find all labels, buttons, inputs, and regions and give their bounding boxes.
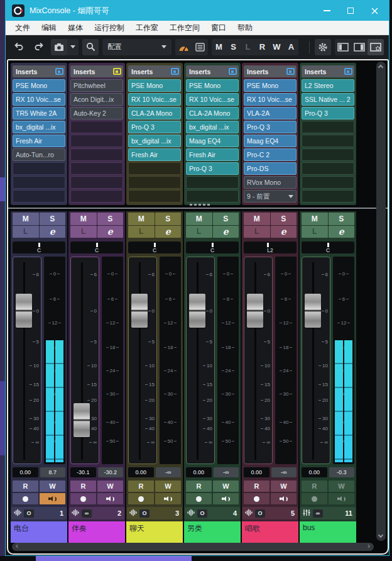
insert-slot[interactable]: Acon Digit...ix: [70, 93, 123, 106]
insert-slot[interactable]: L2 Stereo: [302, 79, 354, 92]
automation-read-button[interactable]: R: [70, 480, 96, 492]
scroll-down-icon[interactable]: [378, 533, 383, 538]
minimize-button[interactable]: [315, 1, 339, 21]
automation-write-button[interactable]: W: [40, 480, 65, 492]
insert-slot[interactable]: Fresh Air: [128, 148, 181, 161]
menu-item-帮助[interactable]: 帮助: [232, 21, 258, 35]
insert-slot[interactable]: [302, 176, 354, 189]
pan-control[interactable]: C: [128, 242, 181, 253]
rack-state-icon[interactable]: [113, 68, 121, 75]
edit-channel-button[interactable]: e: [97, 226, 124, 238]
insert-slot[interactable]: CLA-2A Mono: [128, 107, 181, 119]
insert-slot[interactable]: RX 10 Voic...se: [128, 93, 181, 106]
metering-button[interactable]: [175, 39, 192, 55]
configuration-select[interactable]: 配置: [102, 39, 172, 55]
channel-name[interactable]: 唱歌: [242, 521, 298, 543]
listen-button[interactable]: L: [302, 226, 328, 238]
global-w-button[interactable]: W: [270, 42, 284, 52]
peak-value[interactable]: -∞: [156, 467, 182, 477]
insert-slot[interactable]: bx_digital ...ix: [186, 121, 239, 133]
peak-value[interactable]: -∞: [214, 467, 239, 477]
pan-control[interactable]: C: [13, 242, 65, 253]
rack-strip-divider[interactable]: [8, 208, 388, 209]
monitor-button[interactable]: [97, 493, 123, 504]
edit-channel-button[interactable]: e: [155, 226, 182, 238]
insert-slot[interactable]: [13, 162, 65, 175]
insert-slot[interactable]: PSE Mono: [186, 79, 239, 92]
mute-button[interactable]: M: [128, 213, 155, 225]
pan-control[interactable]: C: [186, 242, 239, 253]
rack-state-icon[interactable]: [171, 68, 179, 75]
insert-slot[interactable]: [302, 190, 354, 203]
automation-read-button[interactable]: R: [244, 480, 270, 492]
channel-name[interactable]: 伴奏: [68, 521, 125, 543]
menu-item-编辑[interactable]: 编辑: [36, 21, 62, 35]
history-button[interactable]: [192, 39, 208, 55]
edit-channel-button[interactable]: e: [271, 226, 297, 238]
record-arm-button[interactable]: [13, 493, 38, 504]
record-arm-button[interactable]: [128, 493, 154, 504]
insert-slot[interactable]: TR5 White 2A: [13, 107, 65, 119]
insert-slot[interactable]: bx_digital ...ix: [128, 135, 181, 147]
listen-button[interactable]: L: [186, 226, 212, 238]
edit-channel-button[interactable]: e: [213, 226, 239, 238]
insert-slot[interactable]: [70, 135, 123, 147]
peak-value[interactable]: 8.7: [40, 467, 66, 477]
vertical-scrollbar[interactable]: [376, 62, 386, 541]
listen-button[interactable]: L: [70, 226, 97, 238]
insert-slot[interactable]: Maag EQ4: [244, 135, 297, 147]
solo-button[interactable]: S: [213, 213, 239, 225]
insert-slot[interactable]: PSE Mono: [244, 79, 297, 92]
monitor-button[interactable]: [213, 493, 239, 504]
mute-button[interactable]: M: [70, 213, 97, 225]
insert-slot[interactable]: RVox Mono: [244, 176, 297, 189]
insert-slot[interactable]: [70, 148, 123, 161]
record-arm-button[interactable]: [186, 493, 212, 504]
solo-button[interactable]: S: [155, 213, 182, 225]
solo-button[interactable]: S: [97, 213, 124, 225]
channel-name[interactable]: 聊天: [126, 521, 183, 543]
automation-write-button[interactable]: W: [329, 480, 354, 492]
edit-channel-button[interactable]: e: [40, 226, 66, 238]
global-s-button[interactable]: S: [226, 42, 241, 52]
insert-slot[interactable]: CLA-2A Mono: [186, 107, 239, 119]
insert-slot[interactable]: Pro-Q 3: [244, 121, 297, 133]
undo-button[interactable]: [11, 39, 27, 55]
menu-item-工作室[interactable]: 工作室: [130, 21, 164, 35]
mute-button[interactable]: M: [302, 213, 328, 225]
insert-slot[interactable]: [186, 176, 239, 189]
insert-slot[interactable]: [128, 162, 181, 175]
insert-slot[interactable]: Pitchwheel: [70, 79, 123, 92]
record-arm-button[interactable]: [70, 493, 96, 504]
listen-button[interactable]: L: [244, 226, 270, 238]
insert-slot[interactable]: VLA-2A: [244, 107, 297, 119]
mute-button[interactable]: M: [186, 213, 212, 225]
redo-button[interactable]: [31, 39, 47, 55]
fader-handle[interactable]: [305, 294, 321, 328]
insert-slot[interactable]: RX 10 Voic...se: [13, 93, 65, 106]
insert-slot[interactable]: [302, 135, 354, 147]
snapshot-button[interactable]: [51, 39, 67, 55]
scroll-left-icon[interactable]: ‹: [16, 542, 18, 550]
channel-name[interactable]: 电台: [11, 521, 67, 543]
scroll-up-icon[interactable]: [378, 65, 383, 70]
edit-channel-button[interactable]: e: [329, 226, 355, 238]
pan-control[interactable]: C: [70, 242, 123, 253]
maximize-button[interactable]: [339, 1, 362, 21]
global-r-button[interactable]: R: [255, 42, 270, 52]
automation-read-button[interactable]: R: [302, 480, 327, 492]
listen-button[interactable]: L: [13, 226, 39, 238]
scroll-right-icon[interactable]: ›: [368, 542, 370, 550]
insert-slot[interactable]: Pro-C 2: [244, 148, 297, 161]
menu-item-窗口[interactable]: 窗口: [205, 21, 232, 35]
pan-control[interactable]: L2: [244, 242, 297, 253]
monitor-button[interactable]: [155, 493, 181, 504]
automation-read-button[interactable]: R: [186, 480, 212, 492]
functions-menu-button[interactable]: [315, 39, 331, 55]
insert-slot[interactable]: Pro-Q 3: [302, 107, 354, 119]
left-zone-toggle[interactable]: [335, 39, 351, 55]
rack-state-icon[interactable]: [286, 68, 295, 75]
insert-slot[interactable]: Fresh Air: [186, 148, 239, 161]
automation-write-button[interactable]: W: [155, 480, 181, 492]
fader-value[interactable]: 0.00: [128, 467, 154, 477]
